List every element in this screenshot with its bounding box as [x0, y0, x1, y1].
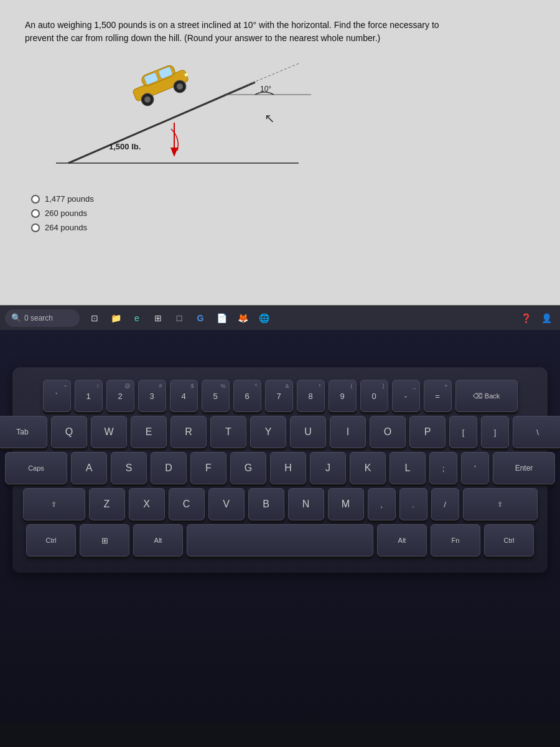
key-period[interactable]: .	[399, 488, 427, 520]
key-v[interactable]: V	[208, 488, 245, 520]
key-6[interactable]: ^6	[233, 380, 261, 412]
key-tab[interactable]: Tab	[0, 416, 47, 448]
key-m[interactable]: M	[328, 488, 364, 520]
key-e[interactable]: E	[131, 416, 167, 448]
key-backslash[interactable]: \	[513, 416, 560, 448]
key-alt-right[interactable]: Alt	[377, 524, 427, 557]
key-7[interactable]: &7	[265, 380, 293, 412]
key-2[interactable]: @2	[106, 380, 134, 412]
key-backspace[interactable]: ⌫ Back	[455, 380, 518, 412]
key-semicolon[interactable]: ;	[429, 452, 457, 484]
file-explorer-icon[interactable]: 📁	[107, 309, 124, 327]
key-lbracket[interactable]: [	[449, 416, 477, 448]
key-y[interactable]: Y	[250, 416, 286, 448]
key-l[interactable]: L	[390, 452, 426, 484]
number-row: ~` !1 @2 #3 $4 %5 ^6 &7 *8 (9 )0 _- += ⌫…	[24, 380, 536, 412]
taskbar-icons: ⊡ 📁 e ⊞ □ G 📄 🦊 🌐	[86, 309, 273, 327]
key-9[interactable]: (9	[329, 380, 357, 412]
key-equals[interactable]: +=	[424, 380, 452, 412]
screen-content: An auto weighing 1,500 pounds is on a st…	[0, 0, 560, 305]
user-icon[interactable]: 👤	[538, 309, 555, 327]
choice-a[interactable]: 1,477 pounds	[31, 194, 535, 204]
key-c[interactable]: C	[169, 488, 205, 520]
key-b[interactable]: B	[248, 488, 284, 520]
firefox-icon[interactable]: 🦊	[234, 309, 251, 327]
taskbar: 🔍 0 search ⊡ 📁 e ⊞ □ G 📄 🦊 🌐 ❓ 👤	[0, 305, 560, 330]
key-fn[interactable]: Fn	[431, 524, 480, 557]
key-f[interactable]: F	[190, 452, 226, 484]
search-label[interactable]: 0 search	[24, 314, 53, 322]
grid-icon[interactable]: ⊞	[149, 309, 167, 327]
key-0[interactable]: )0	[360, 380, 388, 412]
answer-choices: 1,477 pounds 260 pounds 264 pounds	[31, 194, 535, 232]
keyboard-area: ~` !1 @2 #3 $4 %5 ^6 &7 *8 (9 )0 _- += ⌫…	[0, 330, 560, 747]
taskbar-search[interactable]: 🔍 0 search	[5, 309, 80, 327]
key-z[interactable]: Z	[89, 488, 125, 520]
key-r[interactable]: R	[170, 416, 207, 448]
key-alt-left[interactable]: Alt	[133, 524, 183, 557]
qwerty-row: Tab Q W E R T Y U I O P [ ] \	[24, 416, 536, 448]
key-backtick[interactable]: ~`	[43, 380, 71, 412]
search-icon: 🔍	[11, 313, 21, 322]
asdf-row: Caps A S D F G H J K L ; ' Enter	[24, 452, 536, 484]
key-enter[interactable]: Enter	[493, 452, 555, 484]
choice-a-label: 1,477 pounds	[45, 194, 94, 204]
key-h[interactable]: H	[270, 452, 306, 484]
key-i[interactable]: I	[330, 416, 366, 448]
google-icon[interactable]: G	[192, 309, 209, 327]
key-ctrl-left[interactable]: Ctrl	[26, 524, 76, 557]
question-icon[interactable]: ❓	[517, 309, 534, 327]
key-t[interactable]: T	[210, 416, 246, 448]
key-n[interactable]: N	[288, 488, 324, 520]
radio-b[interactable]	[31, 209, 40, 218]
document-icon[interactable]: 📄	[213, 309, 230, 327]
physics-diagram: 10°	[50, 57, 311, 182]
virtual-desktop-icon[interactable]: ⊡	[86, 309, 103, 327]
key-space[interactable]	[187, 524, 373, 557]
choice-b[interactable]: 260 pounds	[31, 209, 535, 218]
key-5[interactable]: %5	[202, 380, 230, 412]
zxcv-row: ⇧ Z X C V B N M , . / ⇧	[24, 488, 536, 520]
key-caps[interactable]: Caps	[5, 452, 67, 484]
svg-marker-15	[170, 148, 178, 157]
keyboard: ~` !1 @2 #3 $4 %5 ^6 &7 *8 (9 )0 _- += ⌫…	[12, 367, 548, 573]
svg-text:↖: ↖	[264, 111, 275, 125]
key-p[interactable]: P	[409, 416, 446, 448]
screen-area: An auto weighing 1,500 pounds is on a st…	[0, 0, 560, 330]
key-o[interactable]: O	[370, 416, 406, 448]
key-g[interactable]: G	[230, 452, 266, 484]
key-lshift[interactable]: ⇧	[23, 488, 85, 520]
edge-icon[interactable]: e	[128, 309, 146, 327]
radio-c[interactable]	[31, 223, 40, 232]
question-text: An auto weighing 1,500 pounds is on a st…	[25, 19, 448, 45]
window-icon[interactable]: □	[170, 309, 188, 327]
key-comma[interactable]: ,	[368, 488, 396, 520]
key-ctrl-right[interactable]: Ctrl	[484, 524, 534, 557]
key-q[interactable]: Q	[51, 416, 87, 448]
key-w[interactable]: W	[91, 416, 127, 448]
key-u[interactable]: U	[290, 416, 326, 448]
browser-icon[interactable]: 🌐	[255, 309, 273, 327]
key-j[interactable]: J	[310, 452, 346, 484]
incline-svg: 10°	[50, 57, 311, 176]
key-minus[interactable]: _-	[392, 380, 420, 412]
key-a[interactable]: A	[71, 452, 107, 484]
key-d[interactable]: D	[151, 452, 187, 484]
key-rshift[interactable]: ⇧	[463, 488, 538, 520]
key-quote[interactable]: '	[461, 452, 489, 484]
key-win[interactable]: ⊞	[80, 524, 129, 557]
key-3[interactable]: #3	[138, 380, 166, 412]
key-4[interactable]: $4	[170, 380, 198, 412]
svg-text:1,500 lb.: 1,500 lb.	[109, 142, 141, 151]
key-1[interactable]: !1	[75, 380, 103, 412]
key-s[interactable]: S	[111, 452, 147, 484]
key-slash[interactable]: /	[431, 488, 459, 520]
key-k[interactable]: K	[350, 452, 386, 484]
key-8[interactable]: *8	[297, 380, 325, 412]
choice-b-label: 260 pounds	[45, 209, 87, 218]
radio-a[interactable]	[31, 195, 40, 204]
bottom-bar	[0, 722, 560, 747]
choice-c[interactable]: 264 pounds	[31, 223, 535, 232]
key-x[interactable]: X	[129, 488, 165, 520]
key-rbracket[interactable]: ]	[481, 416, 509, 448]
